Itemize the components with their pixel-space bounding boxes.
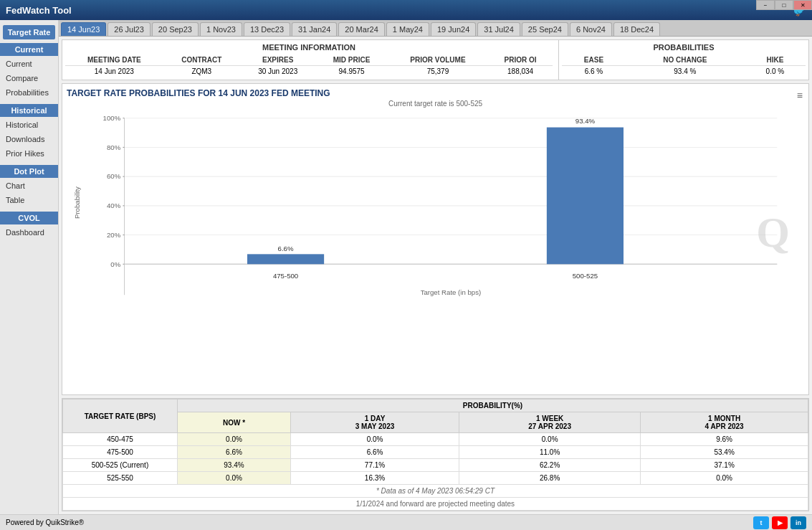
meeting-info-table: MEETING DATE CONTRACT EXPIRES MID PRICE … [65,55,553,77]
tab-1nov23[interactable]: 1 Nov23 [200,22,242,36]
youtube-footer-button[interactable]: ▶ [772,516,788,529]
svg-text:6.6%: 6.6% [278,245,294,252]
app-title: FedWatch Tool [6,5,72,16]
svg-text:93.4%: 93.4% [575,117,596,125]
sidebar-item-prior-hikes[interactable]: Prior Hikes [0,146,58,161]
chart-wrapper: Q 100% 80% [67,110,804,326]
bar-500-525 [547,128,624,265]
row-475-500: 475-500 6.6% 6.6% 11.0% 53.4% [63,446,808,459]
sidebar-item-dashboard[interactable]: Dashboard [0,225,58,240]
month1-450-475: 9.6% [641,433,808,446]
col-hike: HIKE [745,55,806,66]
tab-1may24[interactable]: 1 May24 [386,22,429,36]
projection-note: 1/1/2024 and forward are projected meeti… [63,498,808,511]
footnote: * Data as of 4 May 2023 06:54:29 CT [63,485,808,498]
linkedin-footer-button[interactable]: in [790,516,806,529]
row-525-550: 525-550 0.0% 16.3% 26.8% 0.0% [63,472,808,485]
social-buttons: t ▶ in [753,516,806,529]
svg-text:Target Rate (in bps): Target Rate (in bps) [421,288,482,296]
svg-text:Probability: Probability [73,186,81,219]
prior-volume-value: 75,379 [388,66,488,77]
rate-475-500: 475-500 [63,446,178,459]
now-525-550: 0.0% [178,472,291,485]
chart-panel: TARGET RATE PROBABILITIES FOR 14 JUN 202… [62,83,809,395]
tab-20mar24[interactable]: 20 Mar24 [338,22,384,36]
no-change-value: 93.4 % [626,66,745,77]
prior-oi-value: 188,034 [488,66,553,77]
target-rate-header: TARGET RATE (BPS) [63,399,178,433]
tab-20sep23[interactable]: 20 Sep23 [152,22,199,36]
target-rate-button[interactable]: Target Rate [3,25,55,39]
svg-text:100%: 100% [103,114,121,122]
col-prior-volume: PRIOR VOLUME [388,55,488,66]
sidebar-item-table[interactable]: Table [0,193,58,207]
current-section-header: Current [0,43,58,56]
hamburger-icon[interactable]: ≡ [797,90,803,101]
week1-525-550: 26.8% [459,472,641,485]
rate-450-475: 450-475 [63,433,178,446]
probabilities-box: PROBABILITIES EASE NO CHANGE HIKE [558,40,808,80]
col-ease: EASE [562,55,626,66]
tab-bar: 14 Jun23 26 Jul23 20 Sep23 1 Nov23 13 De… [59,20,812,37]
powered-by: Powered by QuikStrike® [6,519,84,526]
now-475-500: 6.6% [178,446,291,459]
tab-18dec24[interactable]: 18 Dec24 [613,22,660,36]
sidebar-item-historical[interactable]: Historical [0,118,58,132]
info-panel: MEETING INFORMATION MEETING DATE CONTRAC… [62,39,809,80]
tab-25sep24[interactable]: 25 Sep24 [522,22,568,36]
meeting-info-title: MEETING INFORMATION [65,43,553,52]
chart-title: TARGET RATE PROBABILITIES FOR 14 JUN 202… [67,88,804,98]
projection-row: 1/1/2024 and forward are projected meeti… [63,498,808,511]
rate-500-525: 500-525 (Current) [63,459,178,472]
tab-31jul24[interactable]: 31 Jul24 [477,22,520,36]
meeting-date-value: 14 Jun 2023 [65,66,163,77]
svg-text:0%: 0% [110,260,120,268]
titlebar: FedWatch Tool 🐦 [0,0,812,20]
svg-text:20%: 20% [107,231,121,239]
col-meeting-date: MEETING DATE [65,55,163,66]
month1-475-500: 53.4% [641,446,808,459]
maximize-button[interactable]: □ [775,0,793,10]
sidebar-item-chart[interactable]: Chart [0,179,58,193]
mid-price-value: 94.9575 [315,66,387,77]
col-prior-oi: PRIOR OI [488,55,553,66]
tab-14jun23[interactable]: 14 Jun23 [61,22,106,36]
now-header: NOW * [178,412,291,433]
1month-header: 1 MONTH4 APR 2023 [641,412,808,433]
svg-text:60%: 60% [107,172,121,180]
row-450-475: 450-475 0.0% 0.0% 0.0% 9.6% [63,433,808,446]
sidebar-item-downloads[interactable]: Downloads [0,132,58,146]
day1-475-500: 6.6% [290,446,459,459]
minimize-button[interactable]: − [756,0,775,10]
twitter-footer-button[interactable]: t [753,516,769,529]
sidebar: Target Rate Current Current Compare Prob… [0,20,59,514]
day1-500-525: 77.1% [290,459,459,472]
hike-value: 0.0 % [745,66,806,77]
cvol-section-header: CVOL [0,212,58,224]
footnote-row: * Data as of 4 May 2023 06:54:29 CT [63,485,808,498]
close-button[interactable]: ✕ [793,0,812,10]
sidebar-item-current[interactable]: Current [0,57,58,71]
col-expires: EXPIRES [240,55,316,66]
tab-6nov24[interactable]: 6 Nov24 [570,22,612,36]
week1-475-500: 11.0% [459,446,641,459]
tab-19jun24[interactable]: 19 Jun24 [431,22,476,36]
day1-450-475: 0.0% [290,433,459,446]
tab-13dec23[interactable]: 13 Dec23 [244,22,290,36]
rate-525-550: 525-550 [63,472,178,485]
tab-26jul23[interactable]: 26 Jul23 [108,22,151,36]
col-no-change: NO CHANGE [626,55,745,66]
month1-500-525: 37.1% [641,459,808,472]
ease-value: 6.6 % [562,66,626,77]
1day-header: 1 DAY3 MAY 2023 [290,412,459,433]
sidebar-item-compare[interactable]: Compare [0,71,58,85]
meeting-info: MEETING INFORMATION MEETING DATE CONTRAC… [62,40,555,80]
col-contract: CONTRACT [163,55,240,66]
svg-text:500-525: 500-525 [573,272,598,280]
sidebar-item-probabilities[interactable]: Probabilities [0,85,58,100]
svg-text:80%: 80% [107,143,121,151]
now-500-525: 93.4% [178,459,291,472]
svg-text:40%: 40% [107,202,121,209]
probabilities-title: PROBABILITIES [562,43,806,52]
tab-31jan24[interactable]: 31 Jan24 [292,22,337,36]
